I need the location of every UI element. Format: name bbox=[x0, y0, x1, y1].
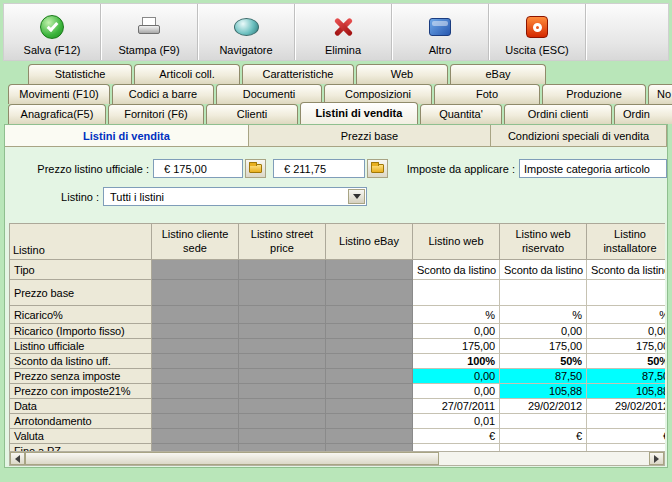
table-cell[interactable]: 87,50 bbox=[500, 369, 587, 384]
delete-button[interactable]: Elimina bbox=[295, 4, 392, 60]
table-cell[interactable] bbox=[152, 414, 239, 429]
other-button[interactable]: Altro bbox=[392, 4, 489, 60]
table-cell[interactable]: Sconto da listino bbox=[587, 260, 666, 280]
navigator-button[interactable]: Navigatore bbox=[198, 4, 295, 60]
tab-produzione[interactable]: Produzione bbox=[542, 84, 646, 104]
table-cell[interactable] bbox=[326, 444, 413, 452]
tab-movimenti-f10[interactable]: Movimenti (F10) bbox=[8, 84, 110, 104]
table-cell[interactable]: % bbox=[413, 306, 500, 324]
table-cell[interactable] bbox=[587, 280, 666, 306]
tab-clienti[interactable]: Clienti bbox=[206, 104, 298, 124]
table-cell[interactable] bbox=[326, 369, 413, 384]
table-cell[interactable] bbox=[152, 384, 239, 399]
tab-listini-di-vendita[interactable]: Listini di vendita bbox=[300, 102, 418, 124]
table-cell[interactable] bbox=[152, 280, 239, 306]
table-cell[interactable] bbox=[239, 369, 326, 384]
tab-no[interactable]: No bbox=[648, 84, 672, 104]
table-cell[interactable]: 27/07/2011 bbox=[413, 399, 500, 414]
table-cell[interactable] bbox=[152, 354, 239, 369]
tab-ebay[interactable]: eBay bbox=[450, 64, 546, 84]
table-cell[interactable] bbox=[587, 414, 666, 429]
table-cell[interactable]: Sconto da listino bbox=[413, 260, 500, 280]
table-cell[interactable] bbox=[152, 324, 239, 339]
tab-articoli-coll[interactable]: Articoli coll. bbox=[134, 64, 240, 84]
tab-prezzi-base[interactable]: Prezzi base bbox=[249, 125, 491, 146]
table-cell[interactable]: 175,00 bbox=[500, 339, 587, 354]
table-cell[interactable] bbox=[239, 306, 326, 324]
table-cell[interactable]: € bbox=[500, 429, 587, 444]
table-cell[interactable] bbox=[239, 429, 326, 444]
table-cell[interactable] bbox=[239, 384, 326, 399]
table-cell[interactable] bbox=[152, 306, 239, 324]
table-cell[interactable] bbox=[239, 324, 326, 339]
table-cell[interactable]: % bbox=[587, 306, 666, 324]
table-cell[interactable] bbox=[326, 429, 413, 444]
table-cell[interactable]: 105,88 bbox=[500, 384, 587, 399]
table-cell[interactable]: 0,01 bbox=[413, 414, 500, 429]
table-cell[interactable]: Sconto da listino bbox=[500, 260, 587, 280]
table-cell[interactable] bbox=[326, 354, 413, 369]
save-button[interactable]: Salva (F12) bbox=[4, 4, 101, 60]
table-cell[interactable] bbox=[326, 399, 413, 414]
tab-fornitori-f6[interactable]: Fornitori (F6) bbox=[108, 104, 204, 124]
prezzo1-lookup-button[interactable] bbox=[245, 159, 266, 178]
tab-web[interactable]: Web bbox=[356, 64, 448, 84]
table-cell[interactable] bbox=[500, 414, 587, 429]
table-cell[interactable] bbox=[413, 444, 500, 452]
horizontal-scrollbar[interactable] bbox=[9, 451, 665, 466]
table-cell[interactable]: 87,50 bbox=[587, 369, 666, 384]
table-cell[interactable]: % bbox=[500, 306, 587, 324]
table-cell[interactable] bbox=[239, 280, 326, 306]
table-cell[interactable] bbox=[500, 444, 587, 452]
table-cell[interactable] bbox=[152, 399, 239, 414]
scrollbar-thumb[interactable] bbox=[25, 452, 439, 465]
tab-statistiche[interactable]: Statistiche bbox=[28, 64, 132, 84]
imposte-input[interactable] bbox=[519, 159, 667, 178]
tab-anagrafica-f5[interactable]: Anagrafica(F5) bbox=[8, 104, 106, 124]
table-cell[interactable] bbox=[413, 280, 500, 306]
table-cell[interactable] bbox=[152, 429, 239, 444]
scroll-right-button[interactable] bbox=[649, 452, 664, 465]
scroll-left-button[interactable] bbox=[10, 452, 25, 465]
tab-caratteristiche[interactable]: Caratteristiche bbox=[242, 64, 354, 84]
table-cell[interactable]: 175,00 bbox=[413, 339, 500, 354]
table-cell[interactable]: 0,00 bbox=[587, 324, 666, 339]
exit-button[interactable]: Uscita (ESC) bbox=[489, 4, 586, 60]
table-cell[interactable]: 0,00 bbox=[413, 384, 500, 399]
table-cell[interactable]: 175,00 bbox=[587, 339, 666, 354]
table-cell[interactable]: 100% bbox=[413, 354, 500, 369]
table-cell[interactable] bbox=[152, 369, 239, 384]
table-cell[interactable] bbox=[326, 306, 413, 324]
table-cell[interactable] bbox=[152, 260, 239, 280]
table-cell[interactable] bbox=[152, 339, 239, 354]
tab-condizioni-speciali-di-vendita[interactable]: Condizioni speciali di vendita bbox=[491, 125, 667, 146]
table-cell[interactable] bbox=[239, 339, 326, 354]
table-cell[interactable]: 0,00 bbox=[413, 324, 500, 339]
tab-foto[interactable]: Foto bbox=[434, 84, 540, 104]
tab-composizioni[interactable]: Composizioni bbox=[324, 84, 432, 104]
table-cell[interactable]: € bbox=[587, 429, 666, 444]
table-cell[interactable]: 0,00 bbox=[500, 324, 587, 339]
prezzo2-lookup-button[interactable] bbox=[367, 159, 388, 178]
table-cell[interactable] bbox=[239, 399, 326, 414]
table-cell[interactable] bbox=[239, 260, 326, 280]
table-cell[interactable]: 0,00 bbox=[413, 369, 500, 384]
tab-listini-di-vendita[interactable]: Listini di vendita bbox=[5, 125, 249, 146]
print-button[interactable]: Stampa (F9) bbox=[101, 4, 198, 60]
table-cell[interactable] bbox=[326, 384, 413, 399]
table-cell[interactable] bbox=[239, 414, 326, 429]
tab-quantita[interactable]: Quantita' bbox=[420, 104, 502, 124]
table-cell[interactable]: € bbox=[413, 429, 500, 444]
tab-documenti[interactable]: Documenti bbox=[216, 84, 322, 104]
listino-select[interactable]: Tutti i listini bbox=[103, 187, 367, 206]
table-cell[interactable]: 50% bbox=[500, 354, 587, 369]
table-cell[interactable] bbox=[326, 414, 413, 429]
table-cell[interactable] bbox=[326, 260, 413, 280]
table-cell[interactable] bbox=[152, 444, 239, 452]
table-cell[interactable] bbox=[239, 354, 326, 369]
table-cell[interactable] bbox=[326, 324, 413, 339]
prezzo-listino-input[interactable] bbox=[153, 159, 243, 178]
dropdown-button[interactable] bbox=[348, 189, 365, 204]
table-cell[interactable]: 29/02/2012 bbox=[587, 399, 666, 414]
prezzo-con-imposte-input[interactable] bbox=[273, 159, 365, 178]
